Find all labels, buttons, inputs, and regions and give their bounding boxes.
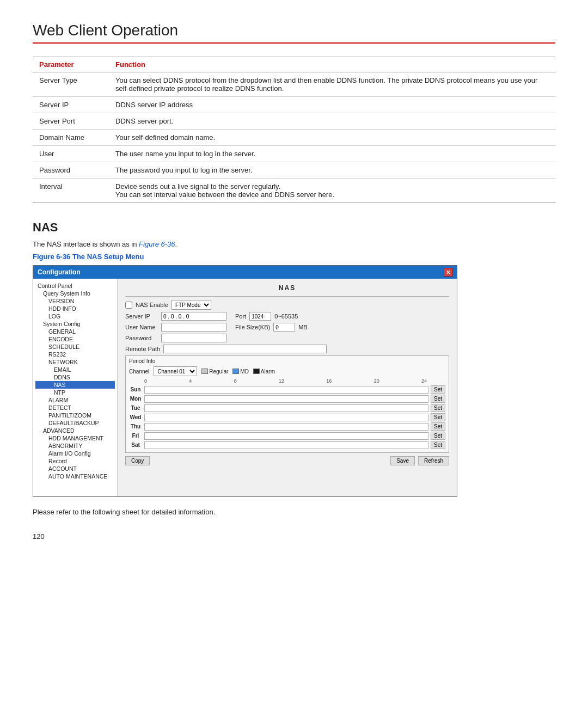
sidebar-item-alarm[interactable]: ALARM <box>35 396 115 404</box>
password-row: Password <box>125 334 449 342</box>
channel-select[interactable]: Channel 01 <box>154 366 197 376</box>
day-label-tue: Tue <box>129 405 142 411</box>
sidebar-item-default-backup[interactable]: DEFAULT/BACKUP <box>35 419 115 427</box>
server-ip-label: Server IP <box>125 313 158 320</box>
sidebar-item-nas[interactable]: NAS <box>35 381 115 389</box>
config-close-button[interactable]: ✕ <box>444 268 452 277</box>
sidebar-item-network[interactable]: NETWORK <box>35 358 115 366</box>
param-cell: Server Port <box>33 113 109 130</box>
sidebar-item-encode[interactable]: ENCODE <box>35 335 115 343</box>
timeline-days: SunSetMonSetTueSetWedSetThuSetFriSetSatS… <box>129 385 445 449</box>
file-size-input[interactable] <box>273 323 295 332</box>
server-ip-row: Server IP Port 0~65535 <box>125 312 449 321</box>
nas-enable-label: NAS Enable <box>136 302 168 308</box>
period-header: Channel Channel 01 Regular MD Alarm <box>129 366 445 376</box>
sidebar-item-alarm-i-o-config[interactable]: Alarm I/O Config <box>35 450 115 457</box>
sidebar-item-schedule[interactable]: SCHEDULE <box>35 343 115 351</box>
param-cell: Domain Name <box>33 130 109 146</box>
page-title: Web Client Operation <box>33 22 555 44</box>
sidebar-item-general[interactable]: GENERAL <box>35 328 115 335</box>
ftp-mode-select[interactable]: FTP Mode <box>171 300 211 310</box>
nas-intro: The NAS interface is shown as in Figure … <box>33 240 555 248</box>
sidebar-item-rs232[interactable]: RS232 <box>35 351 115 358</box>
function-cell: Your self-defined domain name. <box>109 130 555 146</box>
user-name-label: User Name <box>125 324 158 330</box>
username-row: User Name File Size(KB) MB <box>125 323 449 332</box>
sidebar-item-query-system-info[interactable]: Query System Info <box>35 290 115 297</box>
config-window: Configuration ✕ Control PanelQuery Syste… <box>33 265 457 497</box>
remote-path-input[interactable] <box>163 345 327 353</box>
footer-right-buttons: Save Refresh <box>390 456 449 465</box>
set-button-tue[interactable]: Set <box>431 404 445 412</box>
copy-button[interactable]: Copy <box>125 456 150 465</box>
figure-caption: Figure 6-36 The NAS Setup Menu <box>33 253 555 261</box>
sidebar-item-ddns[interactable]: DDNS <box>35 373 115 381</box>
set-button-thu[interactable]: Set <box>431 422 445 431</box>
sidebar-item-auto-maintenance[interactable]: AUTO MAINTENANCE <box>35 472 115 480</box>
remote-path-row: Remote Path <box>125 345 449 353</box>
timeline-ticks: 0 4 8 12 16 20 24 <box>144 378 427 384</box>
function-cell: You can select DDNS protocol from the dr… <box>109 72 555 97</box>
function-cell: DDNS server port. <box>109 113 555 130</box>
sidebar-item-advanced[interactable]: ADVANCED <box>35 427 115 434</box>
sidebar-item-email[interactable]: EMAIL <box>35 366 115 373</box>
set-button-fri[interactable]: Set <box>431 432 445 440</box>
col-header-function: Function <box>109 57 555 72</box>
timeline-bar-tue[interactable] <box>144 404 428 412</box>
user-name-input[interactable] <box>161 323 226 332</box>
channel-label: Channel <box>129 369 149 375</box>
port-label: Port <box>235 313 246 320</box>
timeline-row-wed: WedSet <box>129 413 445 421</box>
timeline-bar-fri[interactable] <box>144 432 428 440</box>
sidebar-item-ntp[interactable]: NTP <box>35 389 115 396</box>
param-cell: Server Type <box>33 72 109 97</box>
sidebar-item-log[interactable]: LOG <box>35 312 115 320</box>
set-button-sun[interactable]: Set <box>431 385 445 394</box>
nas-heading: NAS <box>33 220 555 235</box>
sidebar-item-hdd-info[interactable]: HDD INFO <box>35 305 115 312</box>
param-cell: User <box>33 146 109 162</box>
server-ip-input[interactable] <box>161 312 226 321</box>
sidebar-item-pan-tilt-zoom[interactable]: PAN/TILT/ZOOM <box>35 412 115 419</box>
legend-regular-box <box>201 369 208 374</box>
figure-ref: Figure 6-36 <box>139 240 175 248</box>
refresh-button[interactable]: Refresh <box>418 456 449 465</box>
set-button-sat[interactable]: Set <box>431 441 445 449</box>
nas-main-title: NAS <box>125 284 449 292</box>
period-info-label: Period Info <box>129 358 445 364</box>
sidebar-item-hdd-management[interactable]: HDD MANAGEMENT <box>35 434 115 442</box>
timeline-bar-mon[interactable] <box>144 395 428 403</box>
sidebar-item-abnormity[interactable]: ABNORMITY <box>35 442 115 450</box>
legend-alarm: Alarm <box>253 369 275 375</box>
sidebar-item-account[interactable]: ACCOUNT <box>35 465 115 472</box>
day-label-sun: Sun <box>129 386 142 392</box>
timeline-bar-sun[interactable] <box>144 386 428 394</box>
config-titlebar: Configuration ✕ <box>33 266 457 279</box>
sidebar-item-version[interactable]: VERSION <box>35 297 115 305</box>
save-button[interactable]: Save <box>390 456 415 465</box>
sidebar-item-system-config[interactable]: System Config <box>35 320 115 328</box>
timeline-row-tue: TueSet <box>129 404 445 412</box>
sidebar-item-record[interactable]: Record <box>35 457 115 465</box>
sidebar-item-detect[interactable]: DETECT <box>35 404 115 412</box>
day-label-thu: Thu <box>129 423 142 429</box>
set-button-wed[interactable]: Set <box>431 413 445 421</box>
bottom-text: Please refer to the following sheet for … <box>33 508 555 516</box>
col-header-parameter: Parameter <box>33 57 109 72</box>
password-input[interactable] <box>161 334 226 342</box>
file-size-unit: MB <box>298 324 308 330</box>
config-title: Configuration <box>38 268 81 276</box>
port-range: 0~65535 <box>274 313 298 320</box>
port-input[interactable] <box>249 312 271 321</box>
legend-md-box <box>232 369 239 374</box>
timeline-bar-sat[interactable] <box>144 441 428 449</box>
set-button-mon[interactable]: Set <box>431 395 445 403</box>
sidebar-item-control-panel[interactable]: Control Panel <box>35 282 115 290</box>
config-main: NAS NAS Enable FTP Mode Server IP Port 0… <box>118 279 457 496</box>
function-cell: The password you input to log in the ser… <box>109 162 555 179</box>
timeline-bar-wed[interactable] <box>144 414 428 421</box>
nas-enable-checkbox[interactable] <box>125 302 132 309</box>
function-cell: The user name you input to log in the se… <box>109 146 555 162</box>
timeline-bar-thu[interactable] <box>144 423 428 431</box>
legend-md: MD <box>232 369 249 375</box>
